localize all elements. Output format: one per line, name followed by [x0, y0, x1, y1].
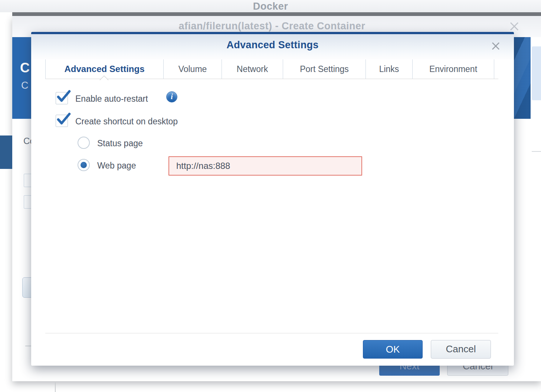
- auto-restart-checkbox[interactable]: [56, 92, 68, 104]
- close-icon[interactable]: [490, 40, 502, 52]
- checkmark-icon: [55, 89, 72, 105]
- wizard-banner-subheading: C: [21, 80, 29, 91]
- auto-restart-label: Enable auto-restart: [75, 94, 148, 104]
- desktop-shortcut-checkbox[interactable]: [56, 115, 68, 127]
- cancel-button[interactable]: Cancel: [431, 340, 491, 359]
- docker-app-title: Docker: [0, 1, 541, 12]
- background-right-panel: [532, 46, 541, 100]
- tab-underline: [45, 79, 498, 79]
- dialog-tab-bar: Advanced Settings Volume Network Port Se…: [45, 59, 494, 79]
- radio-dot: [81, 162, 87, 168]
- web-page-url-input[interactable]: [168, 156, 362, 176]
- window-top-border: [12, 12, 541, 16]
- web-page-label: Web page: [97, 161, 136, 171]
- ok-button[interactable]: OK: [363, 340, 423, 359]
- tab-environment[interactable]: Environment: [412, 59, 494, 79]
- background-divider: [25, 346, 31, 346]
- status-page-radio[interactable]: [78, 137, 90, 149]
- wizard-banner-heading: C: [20, 60, 30, 76]
- create-container-title: afian/filerun(latest) - Create Container: [12, 20, 532, 32]
- screen: Docker afian/filerun(latest) - Create Co…: [0, 0, 541, 392]
- background-bottom-divider: [55, 382, 56, 392]
- background-blue-panel: [0, 135, 12, 169]
- tab-volume[interactable]: Volume: [163, 59, 222, 79]
- tab-network[interactable]: Network: [222, 59, 283, 79]
- checkmark-icon: [55, 111, 72, 128]
- dialog-title: Advanced Settings: [31, 39, 514, 51]
- tab-links[interactable]: Links: [365, 59, 412, 79]
- status-page-label: Status page: [97, 138, 143, 148]
- tab-port-settings[interactable]: Port Settings: [283, 59, 365, 79]
- background-right-divider: [532, 151, 541, 152]
- advanced-settings-dialog: Advanced Settings Advanced Settings Volu…: [31, 32, 514, 366]
- footer-divider: [45, 333, 498, 333]
- close-icon[interactable]: [508, 20, 521, 33]
- web-page-radio[interactable]: [78, 159, 90, 171]
- info-icon[interactable]: i: [166, 91, 177, 102]
- desktop-shortcut-label: Create shortcut on desktop: [75, 117, 178, 127]
